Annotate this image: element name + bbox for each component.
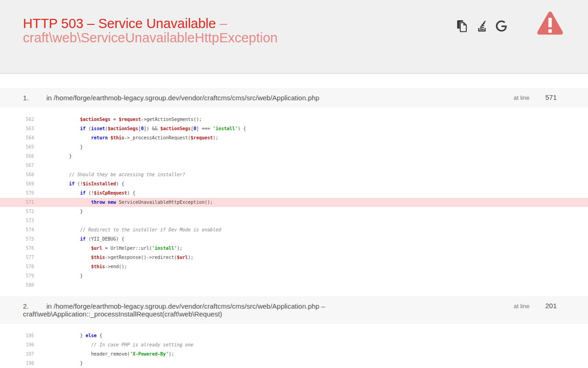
call-stack: 1.in /home/forge/earthmob-legacy.sgroup.… [0,88,588,368]
code-line: 577 $this->getResponse()->redirect($url)… [0,253,588,262]
line-number: 567 [0,161,34,170]
error-code-line: 571 throw new ServiceUnavailableHttpExce… [0,198,588,207]
copy-stacktrace-icon[interactable] [455,19,469,33]
google-search-icon[interactable] [495,19,508,33]
code-token: if [80,236,85,242]
code-token: ->getActionSegments(); [141,117,202,122]
source-code: } [47,359,83,368]
line-number: 566 [0,152,34,161]
code-token: $isInstalled [83,181,116,186]
code-token: ); [213,135,218,140]
line-number: 575 [0,235,34,244]
code-token: = UrlHelper::url( [102,246,152,251]
source-code: // Redirect to the installer if Dev Mode… [47,225,221,235]
code-token: new [107,200,116,205]
code-token [47,172,69,177]
line-number: 565 [0,143,34,152]
line-number: 578 [0,262,34,271]
stackoverflow-search-icon[interactable] [475,19,488,33]
source-code: // In case PHP is already setting one [47,340,193,350]
source-code: } [47,143,83,152]
code-token [47,255,91,260]
code-token: header_remove( [47,351,130,356]
source-code: $this->end(); [47,262,127,271]
code-token: ->getResponse()->redirect( [105,255,177,260]
line-number: 576 [0,244,34,253]
code-token: } [47,273,83,278]
stack-item-location: 1.in /home/forge/earthmob-legacy.sgroup.… [23,94,480,102]
code-token [47,342,91,347]
item-number: 2. [23,302,46,310]
source-code: return $this->_processActionRequest($req… [47,133,218,143]
line-number: 580 [0,281,34,290]
code-token: ) { [127,190,136,196]
source-code: if (!$isCpRequest) { [47,189,136,198]
code-token: // In case PHP is already setting one [91,342,193,347]
stack-item-header[interactable]: 1.in /home/forge/earthmob-legacy.sgroup.… [0,88,588,108]
code-line: 564 return $this->_processActionRequest(… [0,133,588,143]
code-token: if [69,181,74,186]
source-code: if (!$isInstalled) { [47,179,124,189]
source-code: throw new ServiceUnavailableHttpExceptio… [47,198,213,207]
code-block: 562 $actionSegs = $request->getActionSeg… [0,108,588,296]
code-token: else [85,333,96,338]
stack-item: 1.in /home/forge/earthmob-legacy.sgroup.… [0,88,588,296]
code-token: } [47,144,83,150]
stack-item-header[interactable]: 2.in /home/forge/earthmob-legacy.sgroup.… [0,296,588,324]
title-separator: – [220,16,227,31]
line-number: 573 [0,216,34,225]
line-number: 570 [0,189,34,198]
code-token: 'X-Powered-By' [130,351,169,356]
at-line-label: at line [514,94,530,101]
code-token: } [47,333,85,338]
code-token: $actionSegs [107,126,138,131]
source-code: // Should they be accessing the installe… [47,170,185,179]
item-number: 1. [23,94,46,102]
code-line: 574 // Redirect to the installer if Dev … [0,225,588,235]
code-token: $isCpRequest [94,190,127,196]
code-token: (! [85,190,94,196]
line-number: 562 [0,115,34,124]
code-line: 569 if (!$isInstalled) { [0,179,588,189]
source-code: } else { [47,331,102,340]
source-code: $url = UrlHelper::url('install'); [47,244,182,253]
code-line: 578 $this->end(); [0,262,588,271]
code-token: $actionSegs [160,126,191,131]
source-code: } [47,152,72,161]
code-token: ); [169,351,174,356]
code-line: 575 if (YII_DEBUG) { [0,235,588,244]
file-path: in /home/forge/earthmob-legacy.sgroup.de… [23,302,325,318]
code-token: // Redirect to the installer if Dev Mode… [80,227,221,232]
code-token: throw [91,200,105,205]
code-token: ) { [116,181,124,186]
code-token: $request [191,135,213,140]
code-token [47,181,69,186]
code-token [47,246,91,251]
line-number: 577 [0,253,34,262]
code-block: 195 } else {196 // In case PHP is alread… [0,324,588,368]
code-token: } [47,361,83,366]
code-token: ); [177,246,182,251]
code-line: 570 if (!$isCpRequest) { [0,189,588,198]
code-token: 'install' [213,126,237,131]
line-number: 564 [0,133,34,143]
code-token: } [47,154,72,159]
code-line: 567 [0,161,588,170]
source-code: } [47,207,83,216]
code-line: 573 [0,216,588,225]
exception-class-name: craft\web\ServiceUnavailableHttpExceptio… [23,30,278,45]
stack-item-location: 2.in /home/forge/earthmob-legacy.sgroup.… [23,302,480,318]
code-token: $url [177,255,188,260]
line-number: 569 [0,179,34,189]
line-number: 563 [0,124,34,133]
line-number-value: 201 [545,302,557,310]
toolbar [455,19,508,33]
code-token [47,135,91,140]
code-line: 562 $actionSegs = $request->getActionSeg… [0,115,588,124]
code-line: 196 // In case PHP is already setting on… [0,340,588,350]
page-header: HTTP 503 – Service Unavailable – craft\w… [0,0,588,74]
page-title: HTTP 503 – Service Unavailable – craft\w… [23,17,326,45]
code-line: 576 $url = UrlHelper::url('install'); [0,244,588,253]
source-code: if (isset($actionSegs[0]) && $actionSegs… [47,124,246,133]
code-token: { [96,333,102,338]
